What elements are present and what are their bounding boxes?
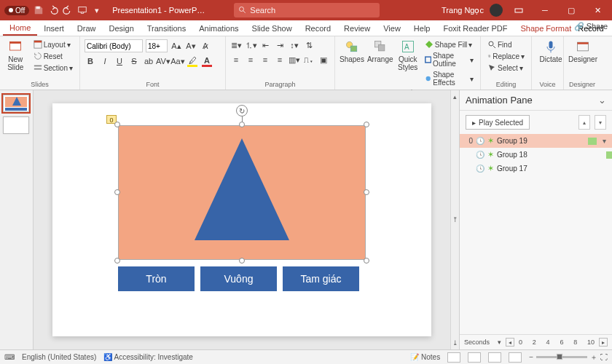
close-button[interactable]: ✕ bbox=[587, 0, 608, 20]
handle-bl[interactable] bbox=[114, 258, 120, 264]
vertical-scrollbar[interactable]: ▴ ⤒ ⤓ bbox=[450, 90, 459, 349]
timeline-next-icon[interactable]: ▸ bbox=[599, 338, 608, 347]
highlight-icon[interactable]: 🖊 bbox=[187, 55, 198, 67]
tab-shape-format[interactable]: Shape Format bbox=[514, 22, 578, 35]
tab-review[interactable]: Review bbox=[337, 22, 377, 35]
slideshow-icon[interactable] bbox=[77, 5, 87, 15]
section-button[interactable]: Section ▾ bbox=[31, 63, 75, 73]
justify-icon[interactable]: ≡ bbox=[274, 54, 286, 66]
animation-pane-collapse-icon[interactable]: ⌄ bbox=[598, 95, 606, 106]
maximize-button[interactable]: ▢ bbox=[561, 0, 581, 20]
shadow-icon[interactable]: ab bbox=[143, 55, 154, 67]
tab-draw[interactable]: Draw bbox=[71, 22, 103, 35]
underline-icon[interactable]: U bbox=[114, 55, 125, 67]
animation-item-3[interactable]: 🕓 ✶ Group 17 bbox=[460, 162, 612, 175]
minimize-button[interactable]: ─ bbox=[535, 0, 555, 20]
tab-slideshow[interactable]: Slide Show bbox=[246, 22, 299, 35]
select-button[interactable]: Select ▾ bbox=[485, 63, 527, 73]
item-menu-icon[interactable]: ▾ bbox=[603, 137, 606, 145]
handle-tr[interactable] bbox=[364, 122, 369, 127]
timeline-bar[interactable] bbox=[606, 151, 612, 159]
save-icon[interactable] bbox=[34, 5, 44, 15]
shape-button-2[interactable]: Vuông bbox=[200, 266, 277, 291]
shape-fill-button[interactable]: Shape Fill ▾ bbox=[423, 39, 476, 50]
tab-record[interactable]: Record bbox=[299, 22, 337, 35]
handle-br[interactable] bbox=[364, 258, 369, 264]
move-up-button[interactable]: ▴ bbox=[578, 115, 590, 130]
animation-item-2[interactable]: 🕓 ✶ Group 18 bbox=[460, 148, 612, 162]
font-color-icon[interactable]: A bbox=[201, 55, 213, 67]
align-text-icon[interactable]: ⎍▾ bbox=[303, 54, 315, 66]
handle-mr[interactable] bbox=[364, 189, 369, 195]
align-center-icon[interactable]: ≡ bbox=[245, 54, 256, 66]
language-status[interactable]: English (United States) bbox=[22, 353, 96, 361]
smartart-icon[interactable]: ▣ bbox=[318, 54, 329, 66]
align-right-icon[interactable]: ≡ bbox=[259, 54, 271, 66]
reading-view-icon[interactable] bbox=[488, 352, 501, 363]
animation-item-1[interactable]: 0 🕓 ✶ Group 19 ▾ bbox=[460, 134, 612, 148]
prev-slide-icon[interactable]: ⤒ bbox=[452, 216, 458, 223]
spellcheck-icon[interactable]: ⌨ bbox=[4, 353, 15, 361]
sorter-view-icon[interactable] bbox=[468, 352, 481, 363]
user-name[interactable]: Trang Ngọc bbox=[442, 6, 484, 15]
indent-left-icon[interactable]: ⇤ bbox=[259, 39, 271, 51]
slideshow-view-icon[interactable] bbox=[509, 352, 522, 363]
redo-icon[interactable] bbox=[63, 5, 73, 15]
shape-effects-button[interactable]: Shape Effects ▾ bbox=[423, 70, 476, 87]
slide-thumbnail-1[interactable] bbox=[3, 95, 29, 112]
zoom-out-icon[interactable]: − bbox=[529, 353, 533, 361]
timeline-bar[interactable] bbox=[588, 138, 597, 145]
play-selected-button[interactable]: ▸ Play Selected bbox=[466, 115, 530, 130]
zoom-in-icon[interactable]: ＋ bbox=[590, 352, 597, 363]
zoom-control[interactable]: − ＋ ⛶ bbox=[529, 352, 608, 363]
qat-dropdown-icon[interactable]: ▾ bbox=[92, 5, 102, 15]
notes-button[interactable]: 📝 Notes bbox=[410, 353, 440, 361]
columns-icon[interactable]: ▥▾ bbox=[289, 54, 300, 66]
align-left-icon[interactable]: ≡ bbox=[230, 54, 242, 66]
move-down-button[interactable]: ▾ bbox=[595, 115, 606, 130]
accessibility-status[interactable]: ♿ Accessibility: Investigate bbox=[103, 353, 193, 361]
shape-triangle[interactable] bbox=[195, 138, 289, 240]
tab-help[interactable]: Help bbox=[407, 22, 437, 35]
increase-font-icon[interactable]: A▴ bbox=[170, 40, 182, 52]
clear-format-icon[interactable]: A̷ bbox=[200, 40, 211, 52]
italic-icon[interactable]: I bbox=[99, 55, 111, 67]
handle-ml[interactable] bbox=[114, 189, 120, 195]
tab-view[interactable]: View bbox=[377, 22, 407, 35]
handle-tm[interactable] bbox=[239, 122, 245, 127]
line-spacing-icon[interactable]: ↕▾ bbox=[289, 39, 300, 51]
slide-canvas[interactable]: 0 Tròn Vuông Tam giá bbox=[34, 90, 450, 349]
tab-design[interactable]: Design bbox=[103, 22, 141, 35]
tab-transitions[interactable]: Transitions bbox=[141, 22, 192, 35]
bullets-icon[interactable]: ≣▾ bbox=[230, 39, 242, 51]
designer-button[interactable]: Designer bbox=[568, 39, 597, 63]
autosave-toggle[interactable]: Off bbox=[4, 6, 29, 15]
search-box[interactable]: Search bbox=[234, 3, 380, 17]
dictate-button[interactable]: Dictate bbox=[536, 39, 565, 63]
undo-icon[interactable] bbox=[48, 5, 58, 15]
shape-button-1[interactable]: Tròn bbox=[118, 266, 195, 291]
decrease-font-icon[interactable]: A▾ bbox=[185, 40, 197, 52]
bold-icon[interactable]: B bbox=[85, 55, 96, 67]
tab-insert[interactable]: Insert bbox=[37, 22, 71, 35]
tab-animations[interactable]: Animations bbox=[192, 22, 245, 35]
change-case-icon[interactable]: Aa▾ bbox=[172, 55, 184, 67]
handle-tl[interactable] bbox=[114, 122, 120, 127]
slide-thumbnail-2[interactable] bbox=[3, 116, 29, 134]
share-button[interactable]: 🔗 Share bbox=[574, 22, 608, 31]
find-button[interactable]: Find bbox=[485, 39, 527, 50]
next-slide-icon[interactable]: ⤓ bbox=[452, 339, 458, 347]
indent-right-icon[interactable]: ⇥ bbox=[274, 39, 286, 51]
shapes-button[interactable]: Shapes bbox=[340, 39, 364, 63]
replace-button[interactable]: Replace ▾ bbox=[485, 51, 527, 61]
ribbon-options-icon[interactable] bbox=[509, 0, 529, 20]
timeline-prev-icon[interactable]: ◂ bbox=[506, 338, 514, 347]
normal-view-icon[interactable] bbox=[447, 352, 460, 363]
shape-button-3[interactable]: Tam giác bbox=[283, 266, 359, 291]
tab-home[interactable]: Home bbox=[3, 21, 37, 36]
font-size-combo[interactable] bbox=[146, 39, 168, 52]
handle-bm[interactable] bbox=[239, 258, 245, 264]
quick-styles-button[interactable]: AQuick Styles bbox=[396, 39, 420, 71]
user-avatar[interactable] bbox=[490, 4, 503, 17]
text-direction-icon[interactable]: ⇅ bbox=[303, 39, 315, 51]
